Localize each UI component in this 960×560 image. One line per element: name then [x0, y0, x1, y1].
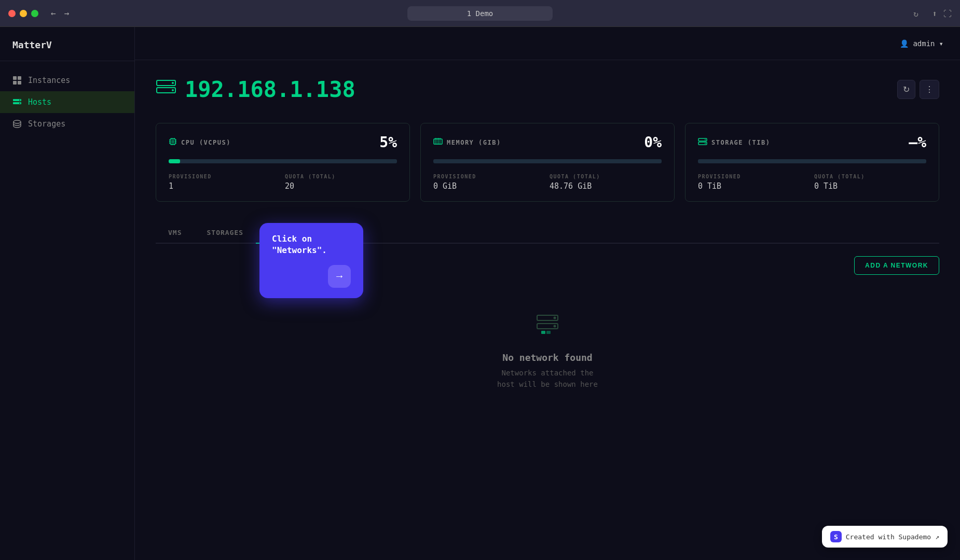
cpu-progress-track — [169, 159, 397, 163]
empty-state-icon — [532, 308, 563, 344]
close-window-btn[interactable] — [8, 10, 16, 17]
svg-point-6 — [19, 100, 20, 101]
main-content: 👤 admin ▾ 192.168. — [135, 27, 960, 560]
empty-state: No network found Networks attached the h… — [156, 277, 939, 422]
cpu-quota: QUOTA (TOTAL) 20 — [285, 174, 397, 191]
cpu-provisioned-value: 1 — [169, 181, 281, 191]
admin-icon: 👤 — [900, 39, 909, 48]
cpu-label: CPU (vCPUs) — [169, 137, 231, 148]
memory-provisioned-value: 0 GiB — [433, 181, 545, 191]
empty-state-title: No network found — [502, 352, 592, 363]
cpu-icon — [169, 137, 177, 148]
supademo-badge[interactable]: S Created with Supademo ↗ — [822, 526, 948, 548]
memory-progress-track — [433, 159, 662, 163]
top-bar: 👤 admin ▾ — [135, 27, 960, 60]
svg-rect-0 — [13, 76, 17, 80]
storage-provisioned-label: PROVISIONED — [698, 174, 810, 179]
storage-label-text: STORAGE (TiB) — [711, 139, 770, 146]
admin-label: admin — [913, 39, 935, 48]
storage-stat-footer: PROVISIONED 0 TiB QUOTA (TOTAL) 0 TiB — [698, 174, 926, 191]
admin-button[interactable]: 👤 admin ▾ — [900, 39, 943, 48]
sidebar-item-instances[interactable]: Instances — [0, 69, 134, 91]
svg-point-42 — [554, 317, 556, 319]
memory-quota-label: QUOTA (TOTAL) — [550, 174, 662, 179]
hosts-icon — [12, 97, 22, 107]
svg-rect-27 — [434, 139, 442, 144]
supademo-logo: S — [830, 531, 842, 542]
storage-percent: —% — [909, 134, 926, 151]
svg-point-8 — [13, 120, 21, 123]
maximize-window-btn[interactable] — [31, 10, 38, 17]
fullscreen-icon[interactable]: ⛶ — [943, 8, 952, 18]
share-icon[interactable]: ⬆ — [932, 8, 937, 18]
sidebar: MatterV Instances — [0, 27, 135, 560]
svg-rect-45 — [546, 331, 551, 334]
sidebar-nav: Instances Hosts — [0, 61, 134, 143]
storage-label: STORAGE (TiB) — [698, 138, 770, 147]
memory-icon — [433, 138, 443, 147]
address-bar[interactable]: 1 Demo — [407, 6, 553, 21]
nav-buttons: ← → — [51, 8, 69, 18]
sidebar-hosts-label: Hosts — [28, 97, 51, 107]
cpu-provisioned: PROVISIONED 1 — [169, 174, 281, 191]
svg-rect-1 — [18, 76, 21, 80]
tooltip-popup: Click on "Networks". → — [259, 223, 363, 298]
cpu-card-header: CPU (vCPUs) 5% — [169, 134, 397, 151]
tab-vms[interactable]: VMS — [156, 222, 194, 244]
more-options-button[interactable]: ⋮ — [920, 80, 939, 99]
stats-grid: CPU (vCPUs) 5% PROVISIONED 1 QUOTA (T — [156, 123, 939, 202]
cpu-label-text: CPU (vCPUs) — [181, 139, 231, 146]
empty-state-desc: Networks attached the host will be shown… — [497, 367, 598, 390]
svg-point-7 — [19, 103, 20, 104]
sidebar-item-storages[interactable]: Storages — [0, 113, 134, 135]
memory-label: MEMORY (GiB) — [433, 138, 501, 147]
storage-quota-value: 0 TiB — [814, 181, 926, 191]
supademo-link-icon: ↗ — [935, 533, 939, 541]
svg-point-39 — [705, 143, 706, 144]
cpu-stat-footer: PROVISIONED 1 QUOTA (TOTAL) 20 — [169, 174, 397, 191]
memory-percent: 0% — [644, 134, 662, 151]
memory-label-text: MEMORY (GiB) — [447, 139, 501, 146]
cpu-quota-value: 20 — [285, 181, 397, 191]
app-container: MatterV Instances — [0, 27, 960, 560]
memory-quota: QUOTA (TOTAL) 48.76 GiB — [550, 174, 662, 191]
storage-provisioned: PROVISIONED 0 TiB — [698, 174, 810, 191]
forward-btn[interactable]: → — [64, 8, 70, 18]
dropdown-icon: ▾ — [939, 39, 943, 48]
svg-point-11 — [172, 82, 174, 84]
svg-point-43 — [554, 325, 556, 328]
tooltip-text: Click on "Networks". — [272, 233, 351, 257]
cpu-quota-label: QUOTA (TOTAL) — [285, 174, 397, 179]
page-title: 192.168.1.138 — [156, 77, 355, 102]
tab-storages[interactable]: STORAGES — [194, 222, 256, 244]
window-controls-right: ⬆ ⛶ — [932, 8, 952, 18]
supademo-label: Created with Supademo — [846, 533, 931, 541]
svg-rect-3 — [18, 81, 21, 85]
sidebar-item-hosts[interactable]: Hosts — [0, 91, 134, 113]
instances-icon — [12, 76, 22, 85]
add-network-button[interactable]: ADD A NETWORK — [854, 256, 939, 275]
header-actions: ↻ ⋮ — [897, 80, 939, 99]
storage-provisioned-value: 0 TiB — [698, 181, 810, 191]
traffic-lights — [8, 10, 38, 17]
tooltip-next-btn[interactable]: → — [328, 265, 351, 288]
storage-card-header: STORAGE (TiB) —% — [698, 134, 926, 151]
svg-rect-44 — [541, 331, 545, 334]
tooltip-arrow-icon: → — [334, 270, 345, 282]
svg-point-38 — [705, 139, 706, 141]
svg-rect-14 — [171, 140, 174, 143]
back-btn[interactable]: ← — [51, 8, 56, 18]
cpu-stat-card: CPU (vCPUs) 5% PROVISIONED 1 QUOTA (T — [156, 123, 410, 202]
minimize-window-btn[interactable] — [20, 10, 27, 17]
browser-refresh-btn[interactable]: ↻ — [913, 8, 918, 18]
storages-icon — [12, 119, 22, 129]
cpu-percent: 5% — [379, 134, 397, 151]
refresh-button[interactable]: ↻ — [897, 80, 915, 99]
storage-progress-track — [698, 159, 926, 163]
memory-card-header: MEMORY (GiB) 0% — [433, 134, 662, 151]
storage-quota-label: QUOTA (TOTAL) — [814, 174, 926, 179]
page-title-text: 192.168.1.138 — [185, 77, 355, 102]
window-chrome: ← → 1 Demo ↻ ⬆ ⛶ — [0, 0, 960, 27]
page-title-icon — [156, 78, 176, 101]
tab-content-networks: Click on "Networks". → ADD A NETWORK — [156, 244, 939, 434]
